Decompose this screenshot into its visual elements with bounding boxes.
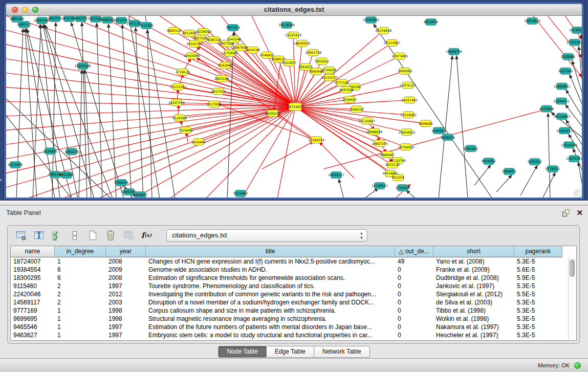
graph-node-9699695[interactable]: 9699695 — [419, 120, 433, 127]
cell-short[interactable]: Tibbo et al. (1998) — [433, 307, 514, 315]
graph-node-9245012[interactable]: 9245012 — [528, 159, 542, 165]
graph-node-1962356[interactable]: 1962356 — [48, 16, 62, 21]
graph-node-8123456[interactable]: 8123456 — [8, 162, 23, 168]
left-panel-collapse-arrow[interactable]: ▸ — [0, 177, 3, 182]
cell-pagerank[interactable]: 5.3E-5 — [514, 282, 562, 290]
graph-node-18724007[interactable]: 18724007 — [287, 103, 303, 111]
graph-node-9860123[interactable]: 9860123 — [167, 27, 181, 34]
cell-year[interactable]: 1997 — [106, 282, 146, 290]
graph-node-17016504[interactable]: 17016504 — [561, 142, 577, 148]
graph-node-7957224[interactable]: 7957224 — [226, 24, 240, 31]
cell-year[interactable]: 2012 — [106, 290, 146, 298]
graph-node-18132014[interactable]: 18132014 — [569, 27, 582, 33]
graph-node-2803144[interactable]: 2803144 — [214, 75, 229, 82]
graph-node-2520605[interactable]: 2520605 — [43, 148, 57, 155]
cell-short[interactable]: Nakamura et al. (1997) — [433, 323, 514, 331]
graph-node-9777169[interactable]: 9777169 — [335, 79, 349, 86]
close-panel-icon[interactable]: ✕ — [576, 208, 583, 217]
graph-node-1615132[interactable]: 1615132 — [385, 162, 400, 168]
cell-short[interactable]: Jankovic et al. (1997) — [433, 282, 514, 290]
float-window-icon[interactable] — [562, 209, 570, 217]
graph-node-25053346[interactable]: 25053346 — [75, 62, 91, 69]
graph-node-8813014[interactable]: 8813014 — [424, 18, 438, 25]
column-header-name[interactable]: name — [11, 246, 55, 257]
graph-node-8215958[interactable]: 8215958 — [539, 105, 554, 112]
cell-pagerank[interactable]: 5.9E-5 — [514, 274, 562, 282]
graph-node-16543392[interactable]: 16543392 — [186, 40, 203, 47]
cell-name[interactable]: 19384554 — [11, 266, 55, 274]
cell-year[interactable]: 1998 — [106, 315, 146, 323]
graph-node-7955812[interactable]: 7955812 — [315, 58, 329, 64]
cell-out_degree[interactable]: 0 — [395, 266, 433, 274]
graph-node-1604652[interactable]: 1604652 — [502, 168, 516, 175]
cell-in_degree[interactable]: 2 — [55, 282, 106, 290]
graph-node-8454749[interactable]: 8454749 — [246, 47, 260, 53]
graph-node-8186328[interactable]: 8186328 — [207, 36, 221, 43]
graph-node-7485063[interactable]: 7485063 — [398, 68, 412, 74]
cell-name[interactable]: 9699695 — [11, 315, 55, 323]
cell-out_degree[interactable]: 0 — [395, 290, 433, 298]
cell-in_degree[interactable]: 2 — [55, 290, 106, 298]
graph-node-12213967[interactable]: 12213967 — [384, 39, 400, 46]
scrollbar-thumb[interactable] — [570, 259, 575, 277]
cell-name[interactable]: 18724007 — [11, 257, 55, 266]
graph-node-9463627[interactable]: 9463627 — [133, 192, 147, 198]
graph-node-9242848[interactable]: 9242848 — [218, 62, 232, 69]
split-sash[interactable]: ▲ — [0, 201, 588, 206]
table-row[interactable]: 1456911722003Disruption of a novel membe… — [11, 298, 569, 307]
graph-node-11875301[interactable]: 11875301 — [566, 156, 582, 162]
cell-title[interactable]: Tourette syndrome. Phenomenology and cla… — [146, 282, 395, 290]
graph-node-10167482[interactable]: 10167482 — [401, 97, 418, 103]
cell-title[interactable]: Changes of HCN gene expression and I(f) … — [146, 257, 395, 266]
graph-node-15751074[interactable]: 15751074 — [567, 39, 582, 46]
column-header-year[interactable]: year — [106, 246, 146, 257]
cell-name[interactable]: 9465546 — [11, 323, 55, 331]
cell-name[interactable]: 22420046 — [11, 290, 55, 298]
cell-title[interactable]: Corpus callosum shape and size in male p… — [146, 307, 395, 315]
cell-pagerank[interactable]: 5.3E-5 — [514, 257, 562, 266]
cell-out_degree[interactable]: 0 — [395, 298, 433, 307]
network-window[interactable]: citations_edges.txt 98601238912954182260… — [4, 2, 584, 200]
graph-node-9358126[interactable]: 9358126 — [441, 134, 455, 141]
cell-pagerank[interactable]: 5.3E-5 — [514, 315, 562, 323]
graph-node-19756928[interactable]: 19756928 — [398, 144, 414, 150]
graph-node-10973493[interactable]: 10973493 — [391, 53, 408, 59]
graph-node-8914562[interactable]: 8914562 — [482, 158, 496, 165]
table-row[interactable]: 2242004622012Investigating the contribut… — [11, 290, 569, 298]
cell-year[interactable]: 1997 — [106, 331, 146, 339]
graph-node-8990448[interactable]: 8990448 — [309, 68, 323, 75]
select-all-rows-icon[interactable] — [51, 229, 63, 242]
graph-node-12213392[interactable]: 12213392 — [170, 83, 186, 90]
graph-node-16210643[interactable]: 16210643 — [554, 113, 570, 120]
graph-node-6734028[interactable]: 6734028 — [322, 67, 336, 73]
graph-node-16648784[interactable]: 16648784 — [446, 48, 462, 55]
cell-title[interactable]: Investigating the contribution of common… — [146, 290, 395, 298]
column-header-pagerank[interactable]: pagerank — [514, 246, 562, 257]
graph-node-2536447[interactable]: 2536447 — [342, 96, 357, 103]
graph-node-952254[interactable]: 952254 — [392, 174, 404, 181]
cell-year[interactable]: 2008 — [106, 257, 146, 266]
cell-in_degree[interactable]: 6 — [55, 266, 106, 274]
graph-node-6791912[interactable]: 6791912 — [464, 145, 478, 152]
cell-year[interactable]: 1998 — [106, 307, 146, 315]
cell-out_degree[interactable]: 0 — [395, 315, 433, 323]
graph-node-6497568[interactable]: 6497568 — [339, 86, 354, 93]
graph-node-12093832[interactable]: 12093832 — [554, 83, 570, 90]
cell-out_degree[interactable]: 0 — [395, 282, 433, 290]
graph-node-18226058[interactable]: 18226058 — [195, 28, 211, 35]
network-canvas[interactable]: 9860123891295418226058982750916543392818… — [6, 16, 582, 198]
network-window-titlebar[interactable]: citations_edges.txt — [6, 4, 582, 16]
graph-node-13325419[interactable]: 13325419 — [285, 32, 301, 38]
cell-short[interactable]: Wolkin et al. (1998) — [433, 315, 514, 323]
graph-node-10653819[interactable]: 10653819 — [524, 17, 540, 24]
cell-pagerank[interactable]: 5.3E-5 — [514, 323, 562, 331]
graph-node-9124564[interactable]: 9124564 — [172, 115, 187, 121]
graph-node-9517004[interactable]: 9517004 — [207, 101, 221, 107]
graph-node-13216065[interactable]: 13216065 — [400, 112, 417, 118]
cell-out_degree[interactable]: 0 — [395, 331, 433, 339]
graph-node-19384554[interactable]: 19384554 — [308, 137, 324, 143]
graph-node-1545546[interactable]: 1545546 — [227, 36, 241, 42]
cell-title[interactable]: Structural magnetic resonance image aver… — [146, 315, 395, 323]
new-table-icon[interactable] — [86, 229, 99, 242]
graph-node-1733426[interactable]: 1733426 — [396, 185, 410, 191]
